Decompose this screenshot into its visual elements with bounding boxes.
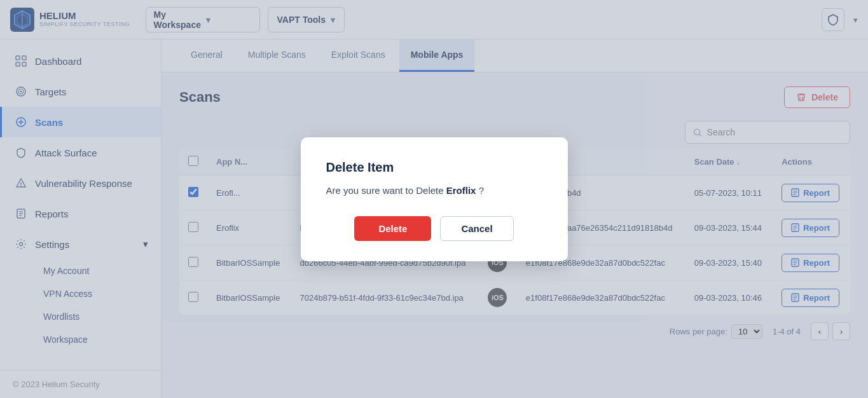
modal-item-name: Eroflix xyxy=(446,185,476,196)
modal-delete-button[interactable]: Delete xyxy=(354,216,431,241)
modal-overlay: Delete Item Are you sure want to Delete … xyxy=(0,0,868,398)
modal-title: Delete Item xyxy=(326,160,542,175)
modal-actions: Delete Cancel xyxy=(326,216,542,241)
modal-body-prefix: Are you sure want to Delete xyxy=(326,185,444,196)
modal-cancel-button[interactable]: Cancel xyxy=(440,216,513,241)
modal-body-suffix: ? xyxy=(479,185,484,196)
delete-modal: Delete Item Are you sure want to Delete … xyxy=(301,137,568,261)
modal-body: Are you sure want to Delete Eroflix ? xyxy=(326,185,542,196)
